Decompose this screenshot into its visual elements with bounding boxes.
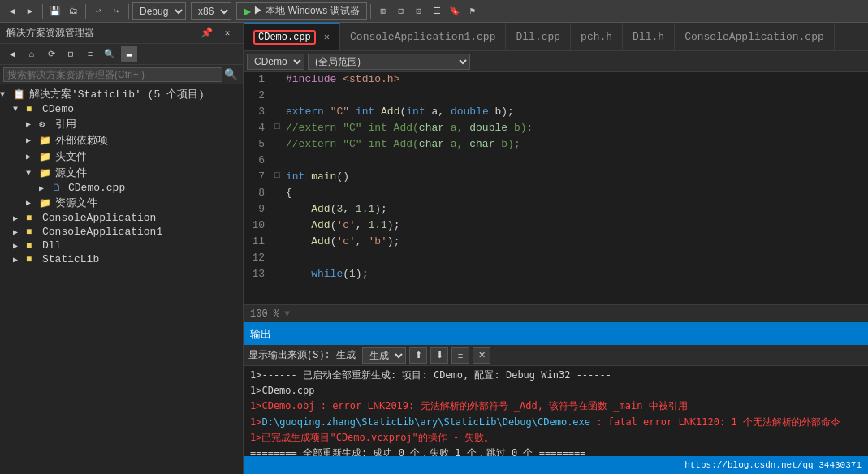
code-content-4: //extern "C" int Add(char a, double b); [286,121,868,134]
output-header: 输出 [244,324,868,345]
main-container: 解决方案资源管理器 📌 ✕ ◀ ⌂ ⟳ ⊟ ≡ 🔍 ▬ 🔍 ▼ 📋 解决方案'S… [0,23,868,474]
line-num-4: 4 [244,121,274,134]
output-source-label: 显示输出来源(S): 生成 [248,348,356,362]
tab-consoleapp1-cpp[interactable]: ConsoleApplication1.cpp [340,23,506,50]
output-panel: 输出 显示输出来源(S): 生成 生成 ⬆ ⬇ ≡ ✕ 1>------ 已启动… [244,322,868,456]
run-button[interactable]: ▶ ▶ 本地 Windows 调试器 [236,2,367,20]
toolbar-sep4 [370,4,371,19]
code-content-1: #include <stdio.h> [286,72,868,85]
output-btn3[interactable]: ≡ [451,347,469,364]
right-panel: CDemo.cpp ✕ ConsoleApplication1.cpp Dll.… [244,23,868,474]
tree-item-consoleapp[interactable]: ▶ ■ ConsoleApplication [0,211,243,225]
line-num-13: 13 [244,267,274,280]
resources-icon: 📁 [39,197,54,209]
output-title: 输出 [250,327,271,342]
consoleapp-expand-icon: ▶ [13,213,26,223]
resources-expand-icon: ▶ [26,198,39,208]
redo-icon[interactable]: ↪ [108,3,124,19]
file-scope-dropdown[interactable]: CDemo [247,54,304,70]
tabs-bar: CDemo.cpp ✕ ConsoleApplication1.cpp Dll.… [244,23,868,51]
tree-label-cdemo: CDemo [42,103,74,115]
search-button[interactable]: 🔍 [222,67,240,82]
sidebar-nav-back[interactable]: ◀ [4,46,20,62]
output-btn2[interactable]: ⬇ [430,347,448,364]
output-btn1[interactable]: ⬆ [409,347,427,364]
line-num-9: 9 [244,202,274,215]
line-num-7: 7 [244,170,274,183]
headers-icon: 📁 [39,151,54,163]
code-line-7: 7 □ int main() [244,170,868,186]
toolbar-icon1[interactable]: ⊞ [375,3,391,19]
sidebar-nav-home[interactable]: ⌂ [24,46,40,62]
code-line-11: 11 Add('c', 'b'); [244,235,868,251]
output-line-3: 1>CDemo.obj : error LNK2019: 无法解析的外部符号 _… [250,399,862,414]
toolbar-icon3[interactable]: ⊡ [411,3,427,19]
line-marker-3 [274,105,286,106]
line-marker-8 [274,186,286,187]
line-marker-11 [274,235,286,235]
staticlib-expand-icon: ▶ [13,255,26,265]
code-line-10: 10 Add('c', 1.1); [244,218,868,235]
back-icon[interactable]: ◀ [4,3,20,19]
sidebar-props[interactable]: ≡ [82,46,98,62]
toolbar-icon2[interactable]: ⊟ [393,3,409,19]
code-line-1: 1 #include <stdio.h> [244,72,868,88]
tab-pch-h[interactable]: pch.h [571,23,623,50]
tree-item-consoleapp1[interactable]: ▶ ■ ConsoleApplication1 [0,225,243,239]
save-icon[interactable]: 💾 [47,3,63,19]
undo-icon[interactable]: ↩ [90,3,106,19]
staticlib-icon: ■ [26,254,41,265]
debug-config-dropdown[interactable]: Debug [132,2,186,20]
toolbar-icon6[interactable]: ⚑ [464,3,481,19]
sidebar-filter[interactable]: 🔍 [101,46,118,62]
code-content-8: { [286,186,868,199]
output-btn4[interactable]: ✕ [473,347,490,364]
sidebar-toolbar: ◀ ⌂ ⟳ ⊟ ≡ 🔍 ▬ [0,44,243,65]
tree-item-resources[interactable]: ▶ 📁 资源文件 [0,195,243,211]
tree-label-resources: 资源文件 [55,196,97,210]
global-scope-dropdown[interactable]: (全局范围) [308,54,470,70]
sidebar-collapse[interactable]: ⊟ [63,46,79,62]
project-tree: ▼ 📋 解决方案'StaticLib' (5 个项目) ▼ ■ CDemo ▶ … [0,84,243,474]
output-source-dropdown[interactable]: 生成 [362,347,406,364]
top-toolbar: ◀ ▶ 💾 🗂 ↩ ↪ Debug x86 ▶ ▶ 本地 Windows 调试器… [0,0,868,23]
pin-icon[interactable]: 📌 [198,25,214,41]
tree-label-consoleapp: ConsoleApplication [42,212,156,224]
line-num-8: 8 [244,186,274,199]
save-all-icon[interactable]: 🗂 [65,3,81,19]
tree-item-headers[interactable]: ▶ 📁 头文件 [0,149,243,165]
tab-cdemo-close[interactable]: ✕ [324,31,330,43]
sidebar-refresh[interactable]: ⟳ [43,46,59,62]
tab-dll-cpp[interactable]: Dll.cpp [506,23,571,50]
tab-cdemo-cpp[interactable]: CDemo.cpp ✕ [244,23,340,50]
sidebar-close-icon[interactable]: ✕ [219,25,235,41]
tree-item-cdemo-cpp[interactable]: ▶ 🗋 CDemo.cpp [0,181,243,195]
output-line-5: 1>已完成生成项目"CDemo.vcxproj"的操作 - 失败。 [250,430,862,446]
tree-item-cdemo[interactable]: ▼ ■ CDemo [0,102,243,116]
output-content: 1>------ 已启动全部重新生成: 项目: CDemo, 配置: Debug… [244,366,868,456]
tree-item-staticlib[interactable]: ▶ ■ StaticLib [0,252,243,266]
code-content-3: extern "C" int Add(int a, double b); [286,105,868,118]
line-num-2: 2 [244,88,274,101]
search-input[interactable] [3,67,222,82]
tree-item-dll[interactable]: ▶ ■ Dll [0,239,243,252]
toolbar-icon5[interactable]: 🔖 [447,3,463,19]
tree-item-solution[interactable]: ▼ 📋 解决方案'StaticLib' (5 个项目) [0,86,243,102]
tree-item-sources[interactable]: ▼ 📁 源文件 [0,165,243,181]
platform-dropdown[interactable]: x86 [191,2,231,20]
toolbar-sep2 [85,4,86,19]
forward-icon[interactable]: ▶ [22,3,38,19]
tab-dll-h[interactable]: Dll.h [623,23,675,50]
tab-consoleapp-cpp[interactable]: ConsoleApplication.cpp [675,23,835,50]
code-editor[interactable]: 1 #include <stdio.h> 2 3 extern "C" int … [244,72,868,304]
tree-item-ref[interactable]: ▶ ⚙ 引用 [0,116,243,132]
tree-label-solution: 解决方案'StaticLib' (5 个项目) [29,87,205,101]
dll-expand-icon: ▶ [13,241,26,251]
tree-item-externaldep[interactable]: ▶ 📁 外部依赖项 [0,132,243,149]
ref-icon: ⚙ [39,118,54,131]
sidebar-title: 解决方案资源管理器 [6,26,94,40]
code-line-9: 9 Add(3, 1.1); [244,202,868,218]
code-line-6: 6 [244,153,868,170]
sidebar-settings[interactable]: ▬ [121,46,137,62]
toolbar-icon4[interactable]: ☰ [429,3,445,19]
